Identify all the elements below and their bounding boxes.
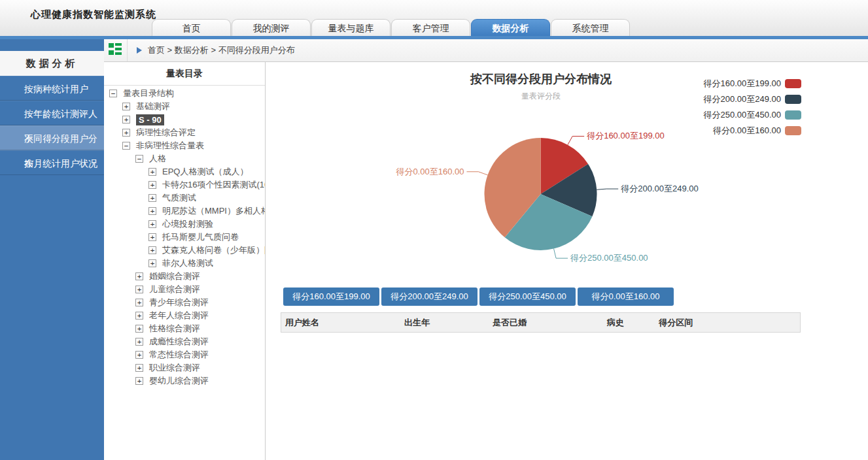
table-column-header: 是否已婚 (489, 313, 603, 333)
nav-tab[interactable]: 系统管理 (551, 19, 630, 36)
tree-node-label: 心境投射测验 (162, 218, 213, 230)
nav-tab-label: 客户管理 (413, 23, 449, 33)
tree-node[interactable]: + 艾森克人格问卷（少年版）陈仲 (104, 244, 265, 257)
tree-node[interactable]: + 气质测试 (104, 191, 265, 205)
tree-node-label: 量表目录结构 (123, 88, 174, 99)
tree-node-label: 老年人综合测评 (149, 310, 209, 321)
tree-node[interactable]: − 量表目录结构 (104, 87, 265, 100)
legend-item[interactable]: 得分250.00至450.00 (703, 107, 801, 123)
scale-tree: − 量表目录结构 + 基础测评 + S - 90 + 病理性综合评定 − 非病理… (104, 86, 265, 387)
nav-tab[interactable]: 首页 (152, 19, 231, 36)
expander-plus-icon[interactable]: + (135, 312, 143, 320)
pie-chart-area: 按不同得分段用户分布情况 量表评分段 得分160.00至199.00得分200.… (281, 62, 801, 288)
score-filter-button[interactable]: 得分0.00至160.00 (578, 288, 674, 306)
expander-plus-icon[interactable]: + (122, 116, 130, 123)
tree-node[interactable]: + 明尼苏达（MMPI）多相人格测试 (104, 205, 265, 218)
tree-node[interactable]: + 成瘾性综合测评 (104, 335, 265, 348)
expander-plus-icon[interactable]: + (148, 246, 156, 254)
legend-item[interactable]: 得分160.00至199.00 (703, 76, 801, 91)
pie-label-line (568, 136, 584, 144)
expander-plus-icon[interactable]: + (135, 364, 143, 372)
nav-tab[interactable]: 量表与题库 (311, 19, 391, 36)
tree-node[interactable]: + S - 90 (104, 113, 265, 126)
app-window: 心理健康指数智能监测系统 首页我的测评量表与题库客户管理数据分析系统管理 数据分… (0, 0, 868, 460)
expander-minus-icon[interactable]: − (135, 155, 143, 163)
score-filter-button[interactable]: 得分200.00至249.00 (381, 288, 477, 306)
sidebar-title: 数据分析 (0, 51, 104, 76)
nav-tab[interactable]: 数据分析 (471, 19, 550, 36)
tree-node[interactable]: + 老年人综合测评 (104, 309, 265, 322)
list-view-icon[interactable] (109, 43, 122, 58)
main-content: 按不同得分段用户分布情况 量表评分段 得分160.00至199.00得分200.… (266, 62, 868, 460)
pie-label-line (466, 172, 487, 175)
expander-plus-icon[interactable]: + (135, 286, 143, 293)
nav-tab-label: 我的测评 (253, 23, 290, 33)
expander-plus-icon[interactable]: + (135, 299, 143, 306)
nav-tab[interactable]: 客户管理 (391, 19, 470, 36)
tree-node[interactable]: + 病理性综合评定 (104, 126, 265, 139)
tree-node[interactable]: − 非病理性综合量表 (104, 139, 265, 152)
tree-node[interactable]: + 卡特尔16项个性因素测试(16PF) (104, 178, 265, 191)
tree-node-label: 基础测评 (136, 101, 170, 112)
breadcrumb[interactable]: 首页 > 数据分析 > 不同得分段用户分布 (148, 44, 295, 56)
score-filter-button[interactable]: 得分160.00至199.00 (283, 288, 379, 306)
sidebar-item[interactable]: 按年龄统计测评人次 (0, 101, 104, 125)
expander-plus-icon[interactable]: + (122, 103, 130, 110)
tree-node[interactable]: + 托马斯婴儿气质问卷 (104, 231, 265, 244)
expander-plus-icon[interactable]: + (148, 220, 156, 228)
tree-node[interactable]: + 菲尔人格测试 (104, 257, 265, 270)
expander-plus-icon[interactable]: + (135, 377, 143, 385)
tree-node[interactable]: + 基础测评 (104, 100, 265, 113)
tree-node-label: 托马斯婴儿气质问卷 (162, 231, 239, 243)
tree-node[interactable]: + 儿童综合测评 (104, 283, 265, 296)
expander-plus-icon[interactable]: + (148, 194, 156, 202)
tree-node[interactable]: + 婴幼儿综合测评 (104, 374, 265, 387)
expander-plus-icon[interactable]: + (135, 351, 143, 359)
legend-swatch (785, 126, 801, 135)
tree-node[interactable]: + 职业综合测评 (104, 361, 265, 374)
tree-node-label: 性格综合测评 (149, 323, 200, 335)
sidebar-spacer (0, 39, 104, 51)
tree-node[interactable]: + 心境投射测验 (104, 218, 265, 231)
tree-node-label: 常态性综合测评 (149, 349, 209, 361)
expander-plus-icon[interactable]: + (122, 129, 130, 137)
score-filter-button[interactable]: 得分250.00至450.00 (479, 288, 576, 306)
sidebar-item[interactable]: 按月统计用户状况 (0, 150, 104, 175)
sidebar: 数据分析 按病种统计用户按年龄统计测评人次不同得分段用户分布按月统计用户状况 (0, 39, 104, 460)
score-filter-buttons: 得分160.00至199.00得分200.00至249.00得分250.00至4… (283, 288, 801, 306)
expander-minus-icon[interactable]: − (109, 90, 117, 97)
tree-node[interactable]: + 婚姻综合测评 (104, 270, 265, 283)
legend-item[interactable]: 得分0.00至160.00 (703, 123, 801, 139)
sidebar-item[interactable]: 按病种统计用户 (0, 76, 104, 101)
legend-swatch (785, 79, 801, 88)
expander-plus-icon[interactable]: + (135, 325, 143, 333)
legend-label: 得分160.00至199.00 (703, 78, 781, 90)
sidebar-item[interactable]: 不同得分段用户分布 (0, 125, 104, 150)
nav-tab-label: 首页 (182, 23, 201, 33)
expander-plus-icon[interactable]: + (135, 338, 143, 346)
tree-panel-title: 量表目录 (104, 62, 265, 86)
tree-node[interactable]: + 常态性综合测评 (104, 348, 265, 361)
nav-tab[interactable]: 我的测评 (232, 19, 311, 36)
legend-item[interactable]: 得分200.00至249.00 (703, 91, 801, 107)
pie-slice-label: 得分250.00至450.00 (570, 253, 648, 263)
tree-node[interactable]: + 性格综合测评 (104, 322, 265, 335)
tree-node[interactable]: − 人格 (104, 152, 265, 165)
tree-node-label: 病理性综合评定 (136, 127, 196, 139)
table-column-header: 用户姓名 (281, 313, 401, 333)
expander-plus-icon[interactable]: + (148, 181, 156, 189)
expander-minus-icon[interactable]: − (122, 142, 130, 150)
tree-node[interactable]: + 青少年综合测评 (104, 296, 265, 309)
tree-node[interactable]: + EPQ人格测试（成人） (104, 165, 265, 178)
nav-accent-strip (0, 36, 868, 39)
expander-plus-icon[interactable]: + (148, 259, 156, 267)
expander-plus-icon[interactable]: + (148, 233, 156, 241)
table-column-header: 病史 (603, 313, 655, 333)
expander-plus-icon[interactable]: + (148, 168, 156, 176)
tree-node-label: 卡特尔16项个性因素测试(16PF) (162, 179, 265, 191)
legend-swatch (785, 110, 801, 120)
legend-label: 得分250.00至450.00 (703, 109, 781, 121)
pie-slice-label: 得分0.00至160.00 (395, 167, 464, 176)
expander-plus-icon[interactable]: + (148, 207, 156, 215)
expander-plus-icon[interactable]: + (135, 272, 143, 280)
